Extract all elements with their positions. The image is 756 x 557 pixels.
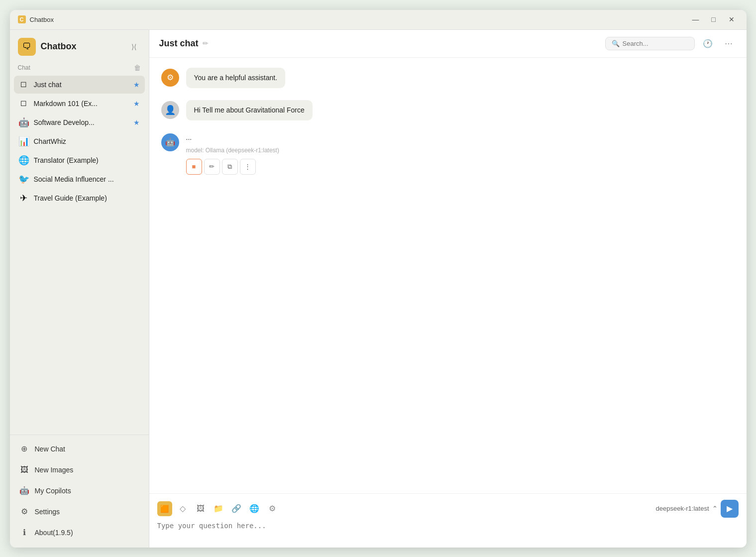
search-input[interactable] (623, 40, 688, 47)
settings-button[interactable]: ⚙ Settings (14, 502, 145, 522)
emoji-icon: 🤖 (19, 117, 29, 127)
settings-label: Settings (35, 508, 60, 516)
my-copilots-label: My Copilots (35, 487, 71, 495)
about-label: About(1.9.5) (35, 529, 73, 537)
chat-title-edit-button[interactable]: ✏ (203, 39, 209, 47)
assistant-model-meta: model: Ollama (deepseek-r1:latest) (186, 147, 279, 154)
info-icon: ℹ (19, 527, 30, 538)
folder-tool-button[interactable]: 📁 (211, 501, 226, 516)
star-icon: ★ (133, 118, 140, 126)
new-chat-label: New Chat (35, 445, 65, 453)
system-message-bubble: You are a helpful assistant. (186, 68, 286, 88)
sidebar-bottom: ⊕ New Chat 🖼 New Images 🤖 My Copilots ⚙ … (10, 435, 149, 548)
history-button[interactable]: 🕐 (700, 35, 716, 51)
web-tool-button[interactable]: 🌐 (247, 501, 262, 516)
sidebar-item-just-chat[interactable]: ☐ Just chat ★ (14, 76, 145, 94)
user-message: 👤 Hi Tell me about Gravitational Force (161, 100, 735, 120)
chat-title: Just chat (159, 38, 199, 49)
assistant-message-content: ... model: Ollama (deepseek-r1:latest) ■… (186, 132, 279, 175)
chat-icon: ☐ (19, 99, 29, 109)
search-box[interactable]: 🔍 (605, 37, 695, 50)
sidebar-item-label: Translator (Example) (34, 156, 140, 164)
chat-icon: ☐ (19, 80, 29, 90)
image-icon: 🖼 (19, 464, 30, 475)
system-message-text: You are a helpful assistant. (194, 74, 278, 82)
star-icon: ★ (133, 81, 140, 89)
copy-button[interactable]: ⧉ (222, 159, 238, 175)
system-message: ⚙ You are a helpful assistant. (161, 68, 735, 88)
sidebar-logo: 🗨 (18, 38, 36, 56)
user-message-text: Hi Tell me about Gravitational Force (194, 106, 305, 114)
sidebar-item-label: ChartWhiz (34, 137, 140, 145)
model-selector-chevron-icon: ⌃ (712, 505, 718, 512)
eraser-tool-button[interactable]: ◇ (175, 501, 190, 516)
link-tool-button[interactable]: 🔗 (229, 501, 244, 516)
sidebar-item-chartwhiz[interactable]: 📊 ChartWhiz (14, 132, 145, 150)
system-avatar: ⚙ (161, 69, 179, 87)
sidebar-item-travel-guide[interactable]: ✈ Travel Guide (Example) (14, 189, 145, 207)
sidebar-nav: ☐ Just chat ★ ☐ Markdown 101 (Ex... ★ 🤖 … (10, 74, 149, 435)
minimize-button[interactable]: — (689, 12, 703, 26)
gear-icon: ⚙ (19, 506, 30, 517)
app-logo-icon: C (18, 15, 26, 23)
emoji-icon: 🐦 (19, 174, 29, 184)
sidebar-item-label: Social Media Influencer ... (34, 175, 140, 183)
emoji-icon: ✈ (19, 193, 29, 203)
sidebar-section-label: Chat (18, 64, 30, 71)
image-tool-button[interactable]: 🖼 (193, 501, 208, 516)
action-bar: ■ ✏ ⧉ ⋮ (186, 159, 279, 175)
input-area: 🟧 ◇ 🖼 📁 🔗 🌐 ⚙ deepseek-r1:latest ⌃ ▶ (149, 493, 747, 548)
about-button[interactable]: ℹ About(1.9.5) (14, 523, 145, 543)
edit-button[interactable]: ✏ (204, 159, 220, 175)
copilots-icon: 🤖 (19, 485, 30, 496)
assistant-avatar: 🤖 (161, 133, 179, 151)
emoji-icon: 🌐 (19, 155, 29, 165)
sidebar-item-label: Just chat (34, 81, 128, 89)
new-images-label: New Images (35, 466, 74, 474)
plus-circle-icon: ⊕ (19, 444, 30, 454)
assistant-message-text: ... (186, 132, 279, 143)
sidebar-clear-button[interactable]: 🗑 (134, 64, 141, 72)
chat-input[interactable] (157, 522, 739, 540)
sidebar-item-label: Travel Guide (Example) (34, 194, 140, 202)
sidebar-item-translator[interactable]: 🌐 Translator (Example) (14, 151, 145, 169)
new-chat-button[interactable]: ⊕ New Chat (14, 439, 145, 459)
sidebar-item-label: Software Develop... (34, 118, 128, 126)
more-button[interactable]: ⋮ (240, 159, 256, 175)
send-icon: ▶ (727, 504, 733, 513)
search-icon: 🔍 (612, 40, 620, 47)
sidebar-item-label: Markdown 101 (Ex... (34, 100, 128, 108)
emoji-icon: 📊 (19, 136, 29, 146)
star-icon: ★ (133, 100, 140, 108)
new-images-button[interactable]: 🖼 New Images (14, 460, 145, 480)
chatbox-tool-button[interactable]: 🟧 (157, 501, 172, 516)
more-options-button[interactable]: ⋯ (721, 35, 737, 51)
maximize-button[interactable]: □ (707, 12, 721, 26)
stop-button[interactable]: ■ (186, 159, 202, 175)
sidebar-app-title: Chatbox (41, 41, 77, 52)
sidebar-item-markdown-101[interactable]: ☐ Markdown 101 (Ex... ★ (14, 95, 145, 112)
sidebar-collapse-button[interactable]: ⟩⟨ (127, 40, 141, 54)
chat-area: ⚙ You are a helpful assistant. 👤 Hi Tell… (149, 58, 747, 493)
model-selector[interactable]: deepseek-r1:latest ⌃ (656, 505, 718, 512)
close-button[interactable]: ✕ (725, 12, 739, 26)
sidebar-item-software-develop[interactable]: 🤖 Software Develop... ★ (14, 113, 145, 131)
titlebar-title: Chatbox (30, 16, 54, 23)
user-message-bubble: Hi Tell me about Gravitational Force (186, 100, 313, 120)
user-avatar: 👤 (161, 101, 179, 119)
sidebar-item-social-media[interactable]: 🐦 Social Media Influencer ... (14, 170, 145, 188)
settings-tool-button[interactable]: ⚙ (265, 501, 280, 516)
my-copilots-button[interactable]: 🤖 My Copilots (14, 481, 145, 501)
send-button[interactable]: ▶ (721, 500, 739, 518)
model-name: deepseek-r1:latest (656, 505, 709, 512)
assistant-message: 🤖 ... model: Ollama (deepseek-r1:latest)… (161, 132, 735, 175)
